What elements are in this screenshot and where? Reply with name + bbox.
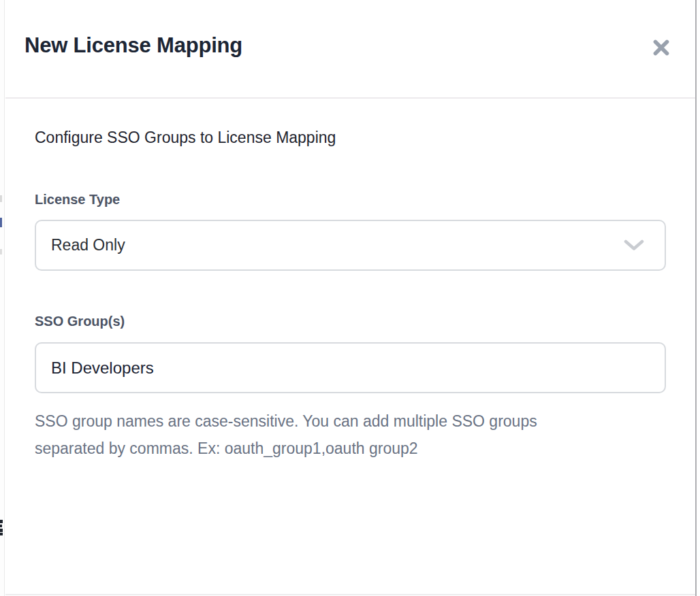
modal-header: New License Mapping: [5, 0, 695, 99]
page-behind-fragment: [0, 218, 2, 227]
helper-line: SSO group names are case-sensitive. You …: [35, 408, 666, 435]
page-behind-fragment: [0, 520, 3, 523]
section-heading: Configure SSO Groups to License Mapping: [35, 128, 666, 147]
page-behind-fragment: [0, 195, 2, 202]
page-behind-fragment: [0, 533, 3, 535]
chevron-down-icon: [624, 239, 644, 251]
sso-groups-helper-text: SSO group names are case-sensitive. You …: [35, 408, 666, 462]
sso-groups-input[interactable]: [35, 342, 666, 393]
license-type-select[interactable]: Read Only: [35, 220, 666, 271]
license-type-label: License Type: [35, 192, 666, 207]
page-behind-fragment: [0, 525, 2, 527]
close-button[interactable]: [646, 34, 676, 61]
window-bottom-edge: [5, 594, 695, 595]
new-license-mapping-modal: New License Mapping Configure SSO Groups…: [5, 0, 695, 594]
license-type-selected-value: Read Only: [51, 236, 125, 254]
window-right-edge: [695, 0, 697, 596]
helper-line: separated by commas. Ex: oauth_group1,oa…: [35, 435, 666, 462]
page-behind-fragment: [0, 249, 2, 254]
sso-groups-label: SSO Group(s): [35, 314, 666, 329]
page-behind-left-strip: [0, 0, 5, 596]
modal-title: New License Mapping: [25, 33, 242, 59]
close-icon: [650, 36, 673, 59]
modal-body: Configure SSO Groups to License Mapping …: [5, 128, 695, 462]
page-behind-fragment: [0, 529, 3, 532]
